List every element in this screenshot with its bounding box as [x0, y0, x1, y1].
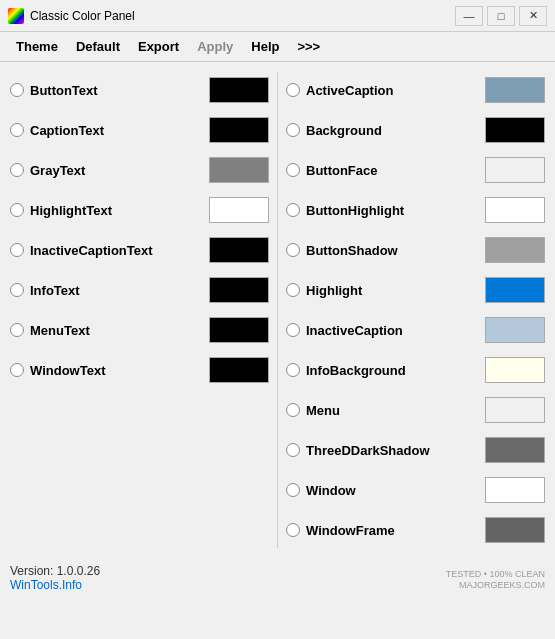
menu-item-theme[interactable]: Theme — [8, 36, 66, 57]
label-info-text: InfoText — [30, 283, 203, 298]
swatch-three-dd-dark-shadow[interactable] — [485, 437, 545, 463]
left-column: ButtonTextCaptionTextGrayTextHighlightTe… — [10, 72, 269, 548]
swatch-info-background[interactable] — [485, 357, 545, 383]
swatch-button-text[interactable] — [209, 77, 269, 103]
menu-bar: ThemeDefaultExportApplyHelp>>> — [0, 32, 555, 62]
label-gray-text: GrayText — [30, 163, 203, 178]
color-row-caption-text: CaptionText — [10, 112, 269, 148]
radio-button-text[interactable] — [10, 83, 24, 97]
radio-window-text[interactable] — [10, 363, 24, 377]
radio-highlight[interactable] — [286, 283, 300, 297]
swatch-button-face[interactable] — [485, 157, 545, 183]
label-inactive-caption: InactiveCaption — [306, 323, 479, 338]
color-row-window: Window — [286, 472, 545, 508]
color-row-highlight: Highlight — [286, 272, 545, 308]
column-divider — [277, 72, 278, 548]
swatch-highlight-text[interactable] — [209, 197, 269, 223]
color-row-menu-text: MenuText — [10, 312, 269, 348]
title-text: Classic Color Panel — [30, 9, 135, 23]
content-area: ButtonTextCaptionTextGrayTextHighlightTe… — [0, 62, 555, 558]
label-three-dd-dark-shadow: ThreeDDarkShadow — [306, 443, 479, 458]
label-info-background: InfoBackground — [306, 363, 479, 378]
radio-button-shadow[interactable] — [286, 243, 300, 257]
website-link[interactable]: WinTools.Info — [10, 578, 82, 592]
color-row-gray-text: GrayText — [10, 152, 269, 188]
radio-menu[interactable] — [286, 403, 300, 417]
label-highlight-text: HighlightText — [30, 203, 203, 218]
swatch-menu-text[interactable] — [209, 317, 269, 343]
swatch-window[interactable] — [485, 477, 545, 503]
color-row-window-text: WindowText — [10, 352, 269, 388]
color-row-inactive-caption: InactiveCaption — [286, 312, 545, 348]
radio-button-face[interactable] — [286, 163, 300, 177]
color-row-active-caption: ActiveCaption — [286, 72, 545, 108]
label-window-frame: WindowFrame — [306, 523, 479, 538]
swatch-caption-text[interactable] — [209, 117, 269, 143]
color-row-button-face: ButtonFace — [286, 152, 545, 188]
radio-active-caption[interactable] — [286, 83, 300, 97]
swatch-background[interactable] — [485, 117, 545, 143]
right-column: ActiveCaptionBackgroundButtonFaceButtonH… — [286, 72, 545, 548]
label-caption-text: CaptionText — [30, 123, 203, 138]
radio-gray-text[interactable] — [10, 163, 24, 177]
color-row-window-frame: WindowFrame — [286, 512, 545, 548]
label-button-face: ButtonFace — [306, 163, 479, 178]
color-row-info-text: InfoText — [10, 272, 269, 308]
watermark: TESTED • 100% CLEANMAJORGEEKS.COM — [446, 569, 545, 592]
color-row-background: Background — [286, 112, 545, 148]
swatch-inactive-caption-text[interactable] — [209, 237, 269, 263]
swatch-window-text[interactable] — [209, 357, 269, 383]
label-active-caption: ActiveCaption — [306, 83, 479, 98]
color-row-inactive-caption-text: InactiveCaptionText — [10, 232, 269, 268]
title-bar: Classic Color Panel — □ ✕ — [0, 0, 555, 32]
label-menu-text: MenuText — [30, 323, 203, 338]
close-button[interactable]: ✕ — [519, 6, 547, 26]
swatch-button-highlight[interactable] — [485, 197, 545, 223]
label-button-highlight: ButtonHighlight — [306, 203, 479, 218]
label-menu: Menu — [306, 403, 479, 418]
footer: Version: 1.0.0.26 WinTools.Info TESTED •… — [0, 558, 555, 596]
svg-rect-0 — [8, 8, 24, 24]
color-row-info-background: InfoBackground — [286, 352, 545, 388]
radio-inactive-caption[interactable] — [286, 323, 300, 337]
color-row-button-shadow: ButtonShadow — [286, 232, 545, 268]
radio-button-highlight[interactable] — [286, 203, 300, 217]
swatch-inactive-caption[interactable] — [485, 317, 545, 343]
color-row-menu: Menu — [286, 392, 545, 428]
color-row-three-dd-dark-shadow: ThreeDDarkShadow — [286, 432, 545, 468]
radio-three-dd-dark-shadow[interactable] — [286, 443, 300, 457]
swatch-info-text[interactable] — [209, 277, 269, 303]
radio-info-background[interactable] — [286, 363, 300, 377]
minimize-button[interactable]: — — [455, 6, 483, 26]
menu-item-help[interactable]: Help — [243, 36, 287, 57]
radio-highlight-text[interactable] — [10, 203, 24, 217]
radio-caption-text[interactable] — [10, 123, 24, 137]
label-highlight: Highlight — [306, 283, 479, 298]
color-row-highlight-text: HighlightText — [10, 192, 269, 228]
app-icon — [8, 8, 24, 24]
swatch-active-caption[interactable] — [485, 77, 545, 103]
menu-item-apply: Apply — [189, 36, 241, 57]
label-window: Window — [306, 483, 479, 498]
swatch-gray-text[interactable] — [209, 157, 269, 183]
version-text: Version: 1.0.0.26 — [10, 564, 100, 578]
swatch-highlight[interactable] — [485, 277, 545, 303]
color-row-button-text: ButtonText — [10, 72, 269, 108]
radio-window-frame[interactable] — [286, 523, 300, 537]
maximize-button[interactable]: □ — [487, 6, 515, 26]
swatch-button-shadow[interactable] — [485, 237, 545, 263]
menu-item-export[interactable]: Export — [130, 36, 187, 57]
menu-item-default[interactable]: Default — [68, 36, 128, 57]
swatch-menu[interactable] — [485, 397, 545, 423]
label-button-shadow: ButtonShadow — [306, 243, 479, 258]
menu-item-more[interactable]: >>> — [289, 36, 328, 57]
radio-window[interactable] — [286, 483, 300, 497]
radio-inactive-caption-text[interactable] — [10, 243, 24, 257]
color-row-button-highlight: ButtonHighlight — [286, 192, 545, 228]
radio-info-text[interactable] — [10, 283, 24, 297]
label-inactive-caption-text: InactiveCaptionText — [30, 243, 203, 258]
swatch-window-frame[interactable] — [485, 517, 545, 543]
radio-menu-text[interactable] — [10, 323, 24, 337]
label-background: Background — [306, 123, 479, 138]
radio-background[interactable] — [286, 123, 300, 137]
